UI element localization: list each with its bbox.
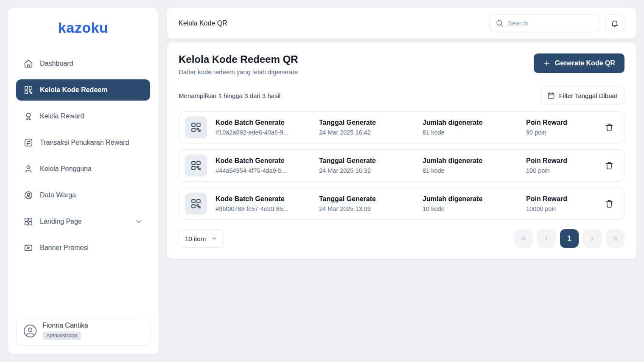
sidebar-item-kelola-reward[interactable]: Kelola Reward [16, 106, 150, 127]
avatar [23, 324, 37, 338]
sidebar-item-transaksi-penukaran-reward[interactable]: Transaksi Penukaran Reward [16, 132, 150, 153]
user-icon [24, 164, 33, 174]
profile-card[interactable]: Fionna Cantika Administrator [16, 316, 150, 346]
generate-qr-label: Generate Kode QR [555, 59, 615, 67]
table-row[interactable]: Kode Batch Generate #9bf00788-fc57-4eb0-… [179, 188, 624, 220]
results-text: Menampilkan 1 hingga 3 dari 3 hasil [179, 92, 280, 99]
prev-page-button[interactable] [537, 229, 556, 248]
pagination: 10 item 1 [179, 229, 624, 248]
count-label: Jumlah digenerate [423, 195, 518, 203]
date-label: Tanggal Generate [319, 157, 414, 165]
search-input[interactable] [508, 20, 594, 27]
user-circle-icon [24, 191, 33, 200]
batch-label: Kode Batch Generate [216, 157, 311, 165]
trash-icon [605, 161, 614, 170]
medal-icon [24, 112, 33, 121]
qr-code-icon [190, 122, 202, 133]
sidebar: kazoku Dashboard Kelola Kode Redeem Kelo… [8, 8, 159, 354]
poin-cell: Poin Reward 90 poin [526, 119, 594, 136]
poin-value: 10000 poin [526, 205, 594, 212]
chevrons-left-icon [520, 235, 527, 242]
transfer-icon [24, 138, 33, 147]
count-cell: Jumlah digenerate 81 kode [423, 119, 518, 136]
delete-button[interactable] [603, 197, 616, 210]
date-cell: Tanggal Generate 24 Mar 2025 13:09 [319, 195, 414, 212]
chevrons-right-icon [611, 235, 619, 242]
poin-cell: Poin Reward 10000 poin [526, 195, 594, 212]
breadcrumb: Kelola Kode QR [179, 20, 227, 27]
page-title: Kelola Kode Redeem QR [179, 53, 298, 65]
sidebar-item-kelola-pengguna[interactable]: Kelola Pengguna [16, 158, 150, 180]
first-page-button[interactable] [514, 229, 533, 248]
date-label: Tanggal Generate [319, 119, 414, 126]
chevron-right-icon [588, 235, 596, 242]
results-row: Menampilkan 1 hingga 3 dari 3 hasil Filt… [179, 87, 624, 104]
page-size-value: 10 item [185, 235, 206, 242]
poin-value: 90 poin [526, 129, 594, 136]
banner-play-icon [24, 243, 33, 253]
app-logo: kazoku [16, 20, 150, 36]
poin-label: Poin Reward [526, 119, 594, 126]
batch-label: Kode Batch Generate [216, 195, 311, 203]
sidebar-item-label: Kelola Kode Redeem [40, 86, 107, 94]
date-cell: Tanggal Generate 24 Mar 2025 16:42 [319, 119, 414, 136]
trash-icon [605, 123, 614, 132]
count-cell: Jumlah digenerate 10 kode [423, 195, 518, 212]
sidebar-item-dashboard[interactable]: Dashboard [16, 53, 150, 74]
sidebar-item-banner-promosi[interactable]: Banner Promosi [16, 237, 150, 258]
topbar-right [489, 14, 624, 32]
generate-qr-button[interactable]: Generate Kode QR [534, 53, 624, 73]
sidebar-item-label: Kelola Reward [40, 112, 84, 120]
sidebar-item-label: Transaksi Penukaran Reward [40, 139, 129, 146]
table-row[interactable]: Kode Batch Generate #10a2a692-ede6-40a6-… [179, 111, 624, 143]
count-value: 10 kode [423, 205, 518, 212]
date-value: 24 Mar 2025 16:32 [319, 167, 414, 174]
date-label: Tanggal Generate [319, 195, 414, 203]
batch-id: #9bf00788-fc57-4eb0-85... [216, 205, 311, 212]
role-badge: Administrator [42, 331, 81, 340]
qr-code-icon [24, 85, 33, 95]
count-label: Jumlah digenerate [423, 157, 518, 165]
batch-cell: Kode Batch Generate #9bf00788-fc57-4eb0-… [216, 195, 311, 212]
search-icon [496, 19, 504, 27]
qr-code-icon [190, 160, 202, 171]
count-cell: Jumlah digenerate 81 kode [423, 157, 518, 174]
poin-cell: Poin Reward 100 poin [526, 157, 594, 174]
batch-cell: Kode Batch Generate #10a2a692-ede6-40a6-… [216, 119, 311, 136]
layout-grid-icon [24, 217, 33, 226]
profile-info: Fionna Cantika Administrator [42, 322, 88, 340]
home-icon [24, 59, 33, 68]
date-cell: Tanggal Generate 24 Mar 2025 16:32 [319, 157, 414, 174]
batch-id: #44a54954-4f75-4da9-b... [216, 167, 311, 174]
sidebar-item-label: Data Warga [40, 191, 76, 199]
table-row[interactable]: Kode Batch Generate #44a54954-4f75-4da9-… [179, 149, 624, 182]
filter-date-label: Filter Tanggal Dibuat [559, 92, 617, 99]
count-label: Jumlah digenerate [423, 119, 518, 126]
sidebar-item-kelola-kode-redeem[interactable]: Kelola Kode Redeem [16, 79, 150, 101]
poin-label: Poin Reward [526, 195, 594, 203]
poin-label: Poin Reward [526, 157, 594, 165]
chevron-down-icon [211, 235, 218, 242]
delete-button[interactable] [603, 159, 616, 172]
filter-date-button[interactable]: Filter Tanggal Dibuat [540, 87, 624, 104]
trash-icon [605, 199, 614, 208]
sidebar-item-data-warga[interactable]: Data Warga [16, 185, 150, 206]
main-content: Kelola Kode Redeem QR Daftar kode redeem… [167, 42, 636, 259]
chevron-left-icon [543, 235, 550, 242]
chevron-down-icon [135, 218, 143, 225]
search-box[interactable] [489, 14, 600, 32]
sidebar-item-landing-page[interactable]: Landing Page [16, 211, 150, 232]
page-size-select[interactable]: 10 item [179, 229, 224, 248]
sidebar-nav: Dashboard Kelola Kode Redeem Kelola Rewa… [16, 53, 150, 258]
next-page-button[interactable] [583, 229, 602, 248]
notifications-button[interactable] [605, 14, 624, 32]
batch-list: Kode Batch Generate #10a2a692-ede6-40a6-… [179, 111, 624, 220]
page-1-button[interactable]: 1 [560, 229, 579, 248]
qr-code-icon [190, 198, 202, 209]
plus-icon [543, 59, 551, 67]
qr-thumbnail [185, 116, 207, 138]
sidebar-item-label: Dashboard [40, 60, 73, 67]
delete-button[interactable] [603, 121, 616, 134]
last-page-button[interactable] [606, 229, 624, 248]
sidebar-item-label: Landing Page [40, 218, 82, 225]
